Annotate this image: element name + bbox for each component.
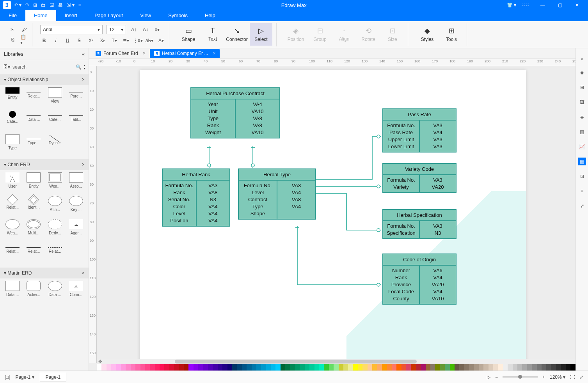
- zoom-in-icon[interactable]: +: [542, 374, 545, 380]
- color-swatch[interactable]: [430, 364, 435, 371]
- color-swatch[interactable]: [546, 364, 551, 371]
- entity-herbal-purchase-contract[interactable]: Herbal Purchase Contract YearUnitTypeRan…: [190, 87, 280, 138]
- color-swatch[interactable]: [561, 364, 566, 371]
- color-swatch[interactable]: [281, 364, 285, 371]
- color-swatch[interactable]: [194, 364, 198, 371]
- tab-symbols[interactable]: Symbols: [160, 10, 196, 21]
- color-swatch[interactable]: [343, 364, 348, 371]
- font-color-icon[interactable]: A▾: [157, 37, 165, 44]
- color-swatch[interactable]: [324, 364, 329, 371]
- color-swatch[interactable]: [252, 364, 256, 371]
- color-swatch[interactable]: [160, 364, 164, 371]
- library-shape[interactable]: Relat...: [23, 243, 44, 265]
- scroll-down-icon[interactable]: ▾: [84, 67, 85, 70]
- color-swatch[interactable]: [426, 364, 430, 371]
- color-swatch[interactable]: [401, 364, 406, 371]
- color-swatch[interactable]: [522, 364, 527, 371]
- color-swatch[interactable]: [247, 364, 251, 371]
- library-shape[interactable]: Relat...: [2, 243, 23, 265]
- color-swatch[interactable]: [305, 364, 309, 371]
- color-swatch[interactable]: [266, 364, 271, 371]
- color-swatch[interactable]: [232, 364, 237, 371]
- color-swatch[interactable]: [493, 364, 498, 371]
- color-swatch[interactable]: [145, 364, 150, 371]
- color-swatch[interactable]: [242, 364, 247, 371]
- zoom-level[interactable]: 120% ▾: [550, 374, 565, 380]
- library-shape[interactable]: Entity: [2, 87, 23, 110]
- library-shape[interactable]: Relat...: [2, 196, 23, 218]
- color-swatch[interactable]: [527, 364, 532, 371]
- color-swatch[interactable]: [382, 364, 387, 371]
- shape-tool[interactable]: ▭Shape: [177, 23, 200, 46]
- color-swatch[interactable]: [479, 364, 483, 371]
- fit-page-icon[interactable]: ⛶: [570, 374, 575, 380]
- color-swatch[interactable]: [107, 364, 111, 371]
- color-swatch[interactable]: [464, 364, 469, 371]
- tab-insert[interactable]: Insert: [56, 10, 86, 21]
- color-swatch[interactable]: [329, 364, 334, 371]
- close-tab-icon[interactable]: ×: [143, 51, 146, 56]
- search-icon[interactable]: 🔍: [76, 64, 82, 70]
- library-shape[interactable]: Entity: [23, 172, 44, 195]
- library-shape[interactable]: Cate...: [2, 111, 23, 133]
- minimize-button[interactable]: —: [535, 2, 551, 8]
- library-shape[interactable]: ◡╱╲User: [2, 172, 23, 195]
- color-swatch[interactable]: [377, 364, 382, 371]
- color-swatch[interactable]: [508, 364, 512, 371]
- color-swatch[interactable]: [222, 364, 227, 371]
- tab-view[interactable]: View: [131, 10, 160, 21]
- font-size-select[interactable]: 12▾: [107, 25, 126, 34]
- numbering-icon[interactable]: ⋮≡▾: [134, 37, 142, 44]
- tab-file[interactable]: File: [0, 10, 25, 21]
- open-icon[interactable]: 🗀: [41, 2, 46, 8]
- library-shape[interactable]: Activi...: [23, 281, 44, 303]
- color-swatch[interactable]: [392, 364, 396, 371]
- page-tab[interactable]: Page-1: [40, 373, 67, 381]
- format-painter-icon[interactable]: 🖌: [20, 26, 28, 34]
- color-swatch[interactable]: [227, 364, 232, 371]
- bullets-icon[interactable]: ≣▾: [122, 37, 130, 44]
- color-swatch[interactable]: [411, 364, 416, 371]
- connector[interactable]: [297, 226, 381, 285]
- styles-tool[interactable]: ◆Styles: [416, 23, 439, 46]
- italic-icon[interactable]: I: [52, 37, 60, 44]
- color-swatch[interactable]: [131, 364, 135, 371]
- color-swatch[interactable]: [368, 364, 372, 371]
- color-swatch[interactable]: [334, 364, 338, 371]
- entity-variety-code[interactable]: Variety Code Formula No.VarietyVA3VA20: [382, 163, 457, 193]
- color-swatch[interactable]: [208, 364, 213, 371]
- layers-icon[interactable]: ◈: [578, 113, 586, 121]
- color-swatch[interactable]: [421, 364, 425, 371]
- page-select[interactable]: Page-1 ▾: [15, 374, 34, 380]
- position-tool[interactable]: ◈Position: [284, 23, 307, 46]
- color-swatch[interactable]: [319, 364, 324, 371]
- color-swatch[interactable]: [396, 364, 401, 371]
- apps-icon[interactable]: ⁙⁙: [522, 2, 529, 8]
- color-swatch[interactable]: [285, 364, 290, 371]
- color-swatch[interactable]: [218, 364, 222, 371]
- color-swatch[interactable]: [537, 364, 542, 371]
- color-swatch[interactable]: [314, 364, 319, 371]
- library-shape[interactable]: Ident...: [23, 196, 44, 218]
- rotate-tool[interactable]: ⟲Rotate: [357, 23, 380, 46]
- library-shape[interactable]: Multi...: [23, 219, 44, 242]
- library-shape[interactable]: Asso...: [66, 172, 86, 195]
- tab-help[interactable]: Help: [196, 10, 224, 21]
- zoom-slider[interactable]: [503, 376, 538, 378]
- color-swatch[interactable]: [164, 364, 169, 371]
- color-swatch[interactable]: [169, 364, 174, 371]
- font-select[interactable]: Arial▾: [40, 25, 103, 34]
- color-swatch[interactable]: [513, 364, 517, 371]
- page-setup-icon[interactable]: ▤: [578, 128, 586, 136]
- print-icon[interactable]: 🖶: [58, 2, 63, 8]
- library-shape[interactable]: △Conn...: [66, 281, 86, 303]
- color-swatch[interactable]: [256, 364, 261, 371]
- superscript-icon[interactable]: X²: [87, 37, 95, 44]
- color-swatch[interactable]: [339, 364, 343, 371]
- color-swatch[interactable]: [213, 364, 217, 371]
- library-shape[interactable]: Type: [2, 134, 23, 157]
- text-effects-icon[interactable]: T▾: [110, 37, 118, 44]
- close-button[interactable]: ✕: [569, 2, 585, 8]
- fill-icon[interactable]: ◆: [578, 69, 586, 76]
- pan-icon[interactable]: ✥: [98, 359, 102, 364]
